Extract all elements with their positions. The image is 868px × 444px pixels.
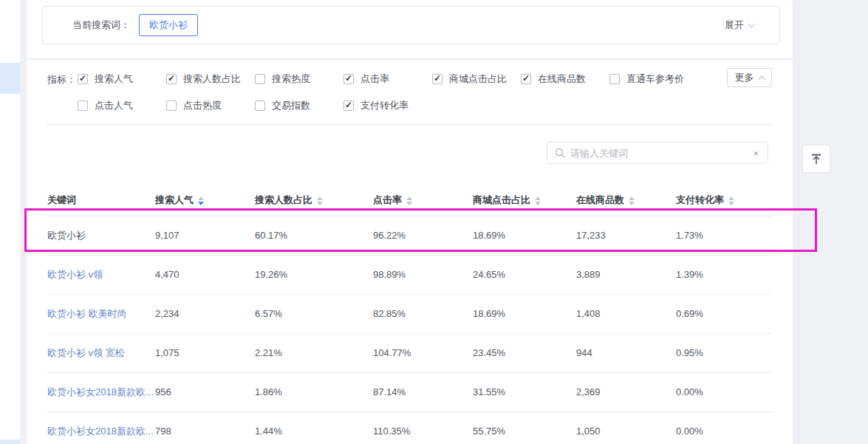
search-term-chip[interactable]: 欧货小衫 xyxy=(139,14,198,36)
metric-checkbox[interactable]: 支付转化率 xyxy=(344,96,432,115)
metric-checkbox[interactable]: 商城点击占比 xyxy=(432,69,521,89)
sort-icon[interactable] xyxy=(317,197,323,205)
metric-label: 直通车参考价 xyxy=(626,72,684,86)
column-header: 关键词 xyxy=(47,185,155,216)
sidebar-active-item-highlight[interactable] xyxy=(0,63,20,94)
metrics-checkbox-grid: 搜索人气 搜索人数占比 搜索热度 点击率 xyxy=(78,69,698,115)
cell: 18.69% xyxy=(473,294,576,333)
cell: 110.35% xyxy=(373,411,473,444)
cell: 4,470 xyxy=(155,255,255,294)
checkbox-icon xyxy=(166,100,177,111)
metric-checkbox[interactable]: 直通车参考价 xyxy=(609,69,698,89)
column-header[interactable]: 搜索人气 xyxy=(155,185,255,216)
keyword-link[interactable]: 欧货小衫女2018新款欧... xyxy=(47,372,155,411)
checkbox-icon xyxy=(255,74,265,84)
cell: 2.21% xyxy=(255,333,373,372)
metric-checkbox[interactable]: 搜索热度 xyxy=(255,69,344,89)
table-row: 欧货小衫 欧美时尚 2,234 6.57% 82.85% 18.69% 1,40… xyxy=(47,294,772,333)
cell: 17,233 xyxy=(576,216,676,255)
more-metrics-button[interactable]: 更多 xyxy=(727,68,772,87)
column-header-label: 点击率 xyxy=(373,194,402,205)
clear-icon[interactable]: × xyxy=(751,148,760,159)
metric-label: 搜索人数占比 xyxy=(183,72,241,86)
cell: 1.44% xyxy=(255,411,373,444)
cell: 2,234 xyxy=(155,294,255,333)
cell: 0.95% xyxy=(676,333,772,372)
metric-label: 搜索人气 xyxy=(95,72,133,86)
cell: 98.89% xyxy=(373,255,473,294)
keyword-search-input[interactable] xyxy=(570,148,751,159)
metric-label: 交易指数 xyxy=(272,99,310,112)
cell: 1,050 xyxy=(576,411,676,444)
cell: 18.69% xyxy=(473,216,576,255)
sort-icon[interactable] xyxy=(198,197,204,205)
cell: 31.55% xyxy=(473,372,576,411)
page: 当前搜索词： 欧货小衫 展开 指标： 搜索人气 搜索人 xyxy=(0,0,868,444)
metric-checkbox[interactable]: 在线商品数 xyxy=(521,69,609,89)
column-header-label: 搜索人气 xyxy=(155,194,194,205)
up-arrow-to-bar-icon xyxy=(810,152,823,165)
back-to-top-button[interactable] xyxy=(802,145,830,173)
cell: 1.73% xyxy=(676,216,772,255)
metric-checkbox[interactable]: 搜索人数占比 xyxy=(166,69,255,89)
metric-checkbox[interactable]: 点击人气 xyxy=(78,96,166,115)
column-header[interactable]: 搜索人数占比 xyxy=(255,185,373,216)
cell: 944 xyxy=(576,333,676,372)
sort-icon[interactable] xyxy=(728,197,734,205)
column-header[interactable]: 商城点击占比 xyxy=(473,185,576,216)
column-header[interactable]: 点击率 xyxy=(373,185,473,216)
cell: 3,889 xyxy=(576,255,676,294)
column-header-label: 支付转化率 xyxy=(676,194,724,205)
column-header-label: 搜索人数占比 xyxy=(255,194,312,205)
cell: 19.26% xyxy=(255,255,373,294)
keyword-search-box[interactable]: × xyxy=(547,142,768,164)
cell: 1.86% xyxy=(255,372,373,411)
keyword-link[interactable]: 欧货小衫 v领 xyxy=(47,255,155,294)
cell: 87.14% xyxy=(373,372,473,411)
cell: 9,107 xyxy=(155,216,255,255)
metric-checkbox[interactable]: 交易指数 xyxy=(255,96,344,115)
metrics-filter-bar: 指标： 搜索人气 搜索人数占比 搜索热度 xyxy=(47,59,772,115)
checkbox-icon xyxy=(432,74,442,84)
metric-label: 点击率 xyxy=(360,72,389,86)
dotted-divider xyxy=(47,124,772,125)
metric-checkbox[interactable]: 搜索人气 xyxy=(78,69,166,89)
table-row: 欧货小衫 9,107 60.17% 96.22% 18.69% 17,233 1… xyxy=(47,216,772,255)
keyword-link[interactable]: 欧货小衫 v领 宽松 xyxy=(47,333,155,372)
table-row: 欧货小衫女2018新款欧... 956 1.86% 87.14% 31.55% … xyxy=(47,372,772,411)
keyword-link[interactable]: 欧货小衫 欧美时尚 xyxy=(47,294,155,333)
keyword-cell: 欧货小衫 xyxy=(47,216,155,255)
chevron-up-icon xyxy=(758,75,765,83)
column-header-label: 在线商品数 xyxy=(576,194,624,205)
cell: 96.22% xyxy=(373,216,473,255)
cell: 2,369 xyxy=(576,372,676,411)
cell: 24.65% xyxy=(473,255,576,294)
checkbox-icon xyxy=(255,100,265,111)
metric-checkbox[interactable]: 点击率 xyxy=(344,69,432,89)
keyword-link[interactable]: 欧货小衫女2018新款欧... xyxy=(47,411,155,444)
metric-label: 点击热度 xyxy=(183,99,222,112)
metrics-label: 指标： xyxy=(47,69,78,115)
metric-label: 商城点击占比 xyxy=(449,72,507,86)
metric-label: 在线商品数 xyxy=(538,72,586,86)
sort-icon[interactable] xyxy=(629,197,635,205)
column-header-label: 商城点击占比 xyxy=(473,194,530,205)
metric-label: 搜索热度 xyxy=(272,72,310,86)
main-panel: 当前搜索词： 欧货小衫 展开 指标： 搜索人气 搜索人 xyxy=(27,0,793,444)
cell: 104.77% xyxy=(373,333,473,372)
left-sidebar-edge xyxy=(0,0,20,444)
cell: 956 xyxy=(155,372,255,411)
cell: 1,075 xyxy=(155,333,255,372)
column-header[interactable]: 在线商品数 xyxy=(576,185,676,216)
column-header[interactable]: 支付转化率 xyxy=(676,185,772,216)
metric-checkbox[interactable]: 点击热度 xyxy=(166,96,255,115)
expand-label: 展开 xyxy=(725,18,744,32)
sort-icon[interactable] xyxy=(406,197,412,205)
cell: 82.85% xyxy=(373,294,473,333)
sort-icon[interactable] xyxy=(535,197,541,205)
table-header-row: 关键词 搜索人气 搜索人数占比 点击率 商城点击占比 在线商品数 支付转化率 xyxy=(47,185,772,216)
cell: 60.17% xyxy=(255,216,373,255)
table-row: 欧货小衫女2018新款欧... 798 1.44% 110.35% 55.75%… xyxy=(47,411,772,444)
expand-toggle[interactable]: 展开 xyxy=(725,18,754,32)
cell: 6.57% xyxy=(255,294,373,333)
